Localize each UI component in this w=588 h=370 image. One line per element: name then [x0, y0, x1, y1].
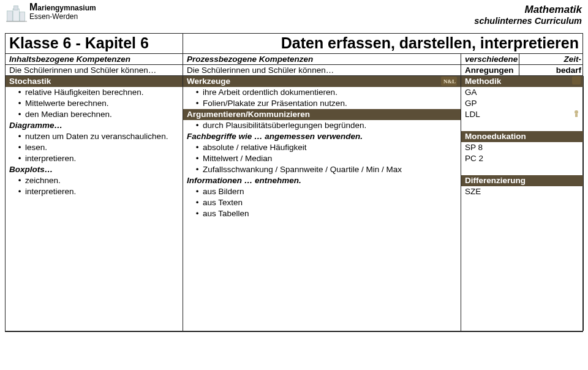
left-line: interpretieren. [6, 186, 183, 197]
left-line: Boxplots… [6, 164, 183, 175]
mid-line: aus Bildern [183, 186, 461, 197]
hours-value: 16 [584, 76, 588, 87]
ldl-icon [572, 109, 581, 118]
mid-line: Folien/Plakate zur Präsentation nutzen. [183, 98, 461, 109]
col-flag-body: MethodikGAGPLDL MonoedukationSP 8PC 2 Di… [461, 76, 584, 331]
flag-line: LDL [461, 109, 583, 120]
topic-title: Daten erfassen, darstellen, interpretier… [183, 34, 582, 53]
col-left-heading: Inhaltsbezogene Kompetenzen [6, 54, 183, 64]
col-time-sub: bedarf [519, 65, 584, 75]
school-name: Mariengymnasium Essen-Werden [29, 2, 96, 20]
left-line: nutzen um Daten zu veranschaulichen. [6, 131, 183, 142]
svg-text:N&L: N&L [443, 78, 456, 85]
col-hours-body: 16 [584, 76, 588, 331]
body-row: Stochastikrelative Häufigkeiten berechne… [6, 76, 582, 331]
flag-line: Monoedukation [461, 131, 583, 142]
curriculum-table: Klasse 6 - Kapitel 6 Daten erfassen, dar… [5, 33, 583, 332]
title-row: Klasse 6 - Kapitel 6 Daten erfassen, dar… [6, 34, 582, 54]
subheader-row-1: Inhaltsbezogene Kompetenzen Prozessbezog… [6, 54, 582, 65]
mid-line: aus Texten [183, 197, 461, 208]
building-icon [6, 4, 27, 25]
mid-line: Mittelwert / Median [183, 153, 461, 164]
mid-line: durch Plausibilitätsüberlegungen begründ… [183, 120, 461, 131]
flag-line: SZE [461, 186, 583, 197]
left-line: Mittelwerte berechnen. [6, 98, 183, 109]
col-flag-heading: verschiedene [461, 54, 519, 64]
svg-rect-3 [14, 6, 18, 10]
col-mid-heading: Prozessbezogene Kompetenzen [183, 54, 461, 64]
mid-line: WerkzeugeN&L [183, 76, 461, 87]
left-line: Stochastik [6, 76, 183, 87]
mid-line: absolute / relative Häufigkeit [183, 142, 461, 153]
chapter-title: Klasse 6 - Kapitel 6 [6, 34, 183, 53]
svg-rect-1 [13, 9, 19, 21]
page-header: Mariengymnasium Essen-Werden Mathematik … [5, 4, 583, 33]
mid-line: ihre Arbeit ordentlich dokumentieren. [183, 87, 461, 98]
header-right: Mathematik schulinternes Curriculum [474, 4, 582, 26]
flag-line: Differenzierung [461, 175, 583, 186]
flag-line: Methodik [461, 76, 583, 87]
mid-line: Informationen … entnehmen. [183, 175, 461, 186]
flag-line: SP 8 [461, 142, 583, 153]
flag-line: GA [461, 87, 583, 98]
mid-line: aus Tabellen [183, 208, 461, 219]
subtitle-label: schulinternes Curriculum [474, 16, 582, 26]
col-mid-body: WerkzeugeN&Lihre Arbeit ordentlich dokum… [183, 76, 461, 331]
left-line: zeichnen. [6, 175, 183, 186]
school-logo: Mariengymnasium Essen-Werden [6, 4, 96, 25]
tools-icon: N&L [441, 77, 457, 86]
method-icon [572, 76, 581, 85]
col-time-heading: Zeit- [519, 54, 584, 64]
svg-rect-0 [7, 11, 13, 21]
school-line1: ariengymnasium [37, 4, 96, 12]
left-line: lesen. [6, 142, 183, 153]
school-line2: Essen-Werden [29, 13, 96, 21]
left-line: interpretieren. [6, 153, 183, 164]
subheader-row-2: Die Schülerinnen und Schüler können… Die… [6, 65, 582, 76]
flag-line [461, 120, 583, 131]
col-flag-sub: Anregungen [461, 65, 519, 75]
svg-rect-2 [20, 12, 25, 21]
left-line: relative Häufigkeiten berechnen. [6, 87, 183, 98]
flag-line: GP [461, 98, 583, 109]
mid-line: Fachbegriffe wie … angemessen verwenden. [183, 131, 461, 142]
col-left-body: Stochastikrelative Häufigkeiten berechne… [6, 76, 183, 331]
flag-line: PC 2 [461, 153, 583, 164]
col-left-sub: Die Schülerinnen und Schüler können… [6, 65, 183, 75]
svg-rect-7 [575, 114, 578, 117]
subject-label: Mathematik [474, 4, 582, 16]
flag-line [461, 164, 583, 175]
left-line: den Median berechnen. [6, 109, 183, 120]
svg-point-6 [575, 110, 578, 114]
col-mid-sub: Die Schülerinnen und Schüler können… [183, 65, 461, 75]
mid-line: Zufallsschwankung / Spannweite / Quartil… [183, 164, 461, 175]
left-line: Diagramme… [6, 120, 183, 131]
mid-line: Argumentieren/Kommunizieren [183, 109, 461, 120]
